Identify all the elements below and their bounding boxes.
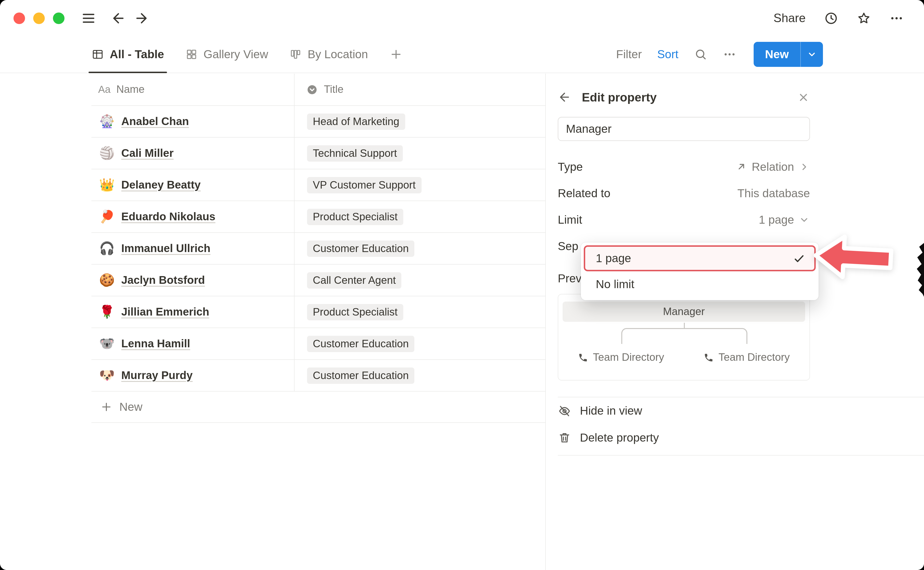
name-cell[interactable]: 🏓 Eduardo Nikolaus — [91, 201, 295, 232]
dropdown-option-1-page[interactable]: 1 page — [584, 245, 816, 271]
page-emoji-icon: 🎧 — [99, 241, 115, 256]
phone-icon — [578, 352, 588, 362]
preview-page-name: Team Directory — [718, 351, 790, 364]
filter-button[interactable]: Filter — [616, 48, 642, 61]
page-name-link[interactable]: Jaclyn Botsford — [121, 274, 205, 287]
zoom-window-button[interactable] — [53, 12, 64, 24]
tab-gallery-view[interactable]: Gallery View — [185, 36, 268, 73]
title-cell[interactable]: Customer Education — [295, 233, 545, 264]
property-row-limit[interactable]: Limit 1 page — [558, 206, 810, 233]
gallery-view-icon — [185, 48, 198, 61]
title-cell[interactable]: Customer Education — [295, 328, 545, 359]
table-area: Aa Name Title 🎡 — [0, 74, 545, 570]
close-window-button[interactable] — [14, 12, 25, 24]
name-cell[interactable]: 🏐 Cali Miller — [91, 138, 295, 169]
table-row[interactable]: 🎧 Immanuel Ullrich Customer Education — [91, 233, 545, 265]
property-row-type[interactable]: Type Relation — [558, 153, 810, 180]
row-value: 1 page — [759, 213, 794, 226]
table-row[interactable]: 🐨 Lenna Hamill Customer Education — [91, 328, 545, 360]
title-cell[interactable]: Call Center Agent — [295, 265, 545, 296]
row-label: Type — [558, 160, 583, 173]
page-name-link[interactable]: Immanuel Ullrich — [121, 242, 210, 255]
name-cell[interactable]: 🎧 Immanuel Ullrich — [91, 233, 295, 264]
column-header-title[interactable]: Title — [295, 74, 545, 105]
name-cell[interactable]: 🐶 Murray Purdy — [91, 360, 295, 391]
search-icon[interactable] — [694, 48, 707, 61]
eye-off-icon — [558, 404, 571, 418]
table-row[interactable]: 🍪 Jaclyn Botsford Call Center Agent — [91, 265, 545, 296]
column-header-name[interactable]: Aa Name — [91, 74, 295, 105]
table-row[interactable]: 🌹 Jillian Emmerich Product Specialist — [91, 296, 545, 328]
table-row[interactable]: 🎡 Anabel Chan Head of Marketing — [91, 106, 545, 138]
chevron-right-icon — [798, 161, 810, 172]
sort-button[interactable]: Sort — [657, 48, 678, 61]
view-controls: Filter Sort New — [616, 42, 823, 67]
row-label-partial: Sep — [558, 239, 578, 253]
new-row-button[interactable]: New — [91, 392, 545, 423]
delete-property-button[interactable]: Delete property — [558, 424, 810, 451]
forward-arrow-icon[interactable] — [134, 10, 149, 26]
hide-in-view-button[interactable]: Hide in view — [558, 397, 810, 424]
preview-items: Team Directory Team Directory — [558, 351, 809, 364]
name-cell[interactable]: 🍪 Jaclyn Botsford — [91, 265, 295, 296]
traffic-lights — [14, 12, 64, 24]
text-property-icon: Aa — [98, 84, 111, 95]
title-cell[interactable]: Head of Marketing — [295, 106, 545, 137]
page-emoji-icon: 🏓 — [99, 209, 115, 224]
tab-all-table[interactable]: All - Table — [91, 36, 164, 73]
page-name-link[interactable]: Eduardo Nikolaus — [121, 210, 215, 223]
preview-related-page: Team Directory — [704, 351, 790, 364]
more-options-icon[interactable] — [889, 11, 904, 25]
new-button-label[interactable]: New — [754, 42, 800, 67]
table-row[interactable]: 🐶 Murray Purdy Customer Education — [91, 360, 545, 392]
option-label: 1 page — [596, 251, 631, 265]
page-name-link[interactable]: Cali Miller — [121, 147, 173, 160]
table-row[interactable]: 👑 Delaney Beatty VP Customer Support — [91, 169, 545, 201]
title-cell[interactable]: Technical Support — [295, 138, 545, 169]
table-row[interactable]: 🏓 Eduardo Nikolaus Product Specialist — [91, 201, 545, 233]
sidebar-toggle-icon[interactable] — [81, 10, 96, 26]
trash-icon — [558, 431, 571, 444]
page-name-link[interactable]: Murray Purdy — [121, 369, 193, 382]
column-label: Name — [116, 83, 144, 96]
title-cell[interactable]: VP Customer Support — [295, 169, 545, 201]
title-cell[interactable]: Product Specialist — [295, 201, 545, 232]
name-cell[interactable]: 🎡 Anabel Chan — [91, 106, 295, 137]
limit-dropdown-menu: 1 page No limit — [581, 242, 819, 300]
table-row[interactable]: 🏐 Cali Miller Technical Support — [91, 138, 545, 169]
panel-close-icon[interactable] — [797, 91, 810, 104]
new-button[interactable]: New — [754, 42, 823, 67]
dropdown-option-no-limit[interactable]: No limit — [581, 271, 819, 297]
title-tag: VP Customer Support — [307, 177, 421, 193]
preview-page-name: Team Directory — [593, 351, 664, 364]
share-button[interactable]: Share — [774, 11, 806, 25]
page-name-link[interactable]: Anabel Chan — [121, 115, 189, 128]
action-label: Delete property — [580, 431, 659, 444]
favorite-star-icon[interactable] — [856, 11, 871, 25]
name-cell[interactable]: 🌹 Jillian Emmerich — [91, 296, 295, 328]
name-cell[interactable]: 👑 Delaney Beatty — [91, 169, 295, 201]
page-emoji-icon: 🍪 — [99, 273, 115, 288]
page-name-link[interactable]: Jillian Emmerich — [121, 305, 209, 319]
screen-tear-artifact — [915, 243, 924, 297]
row-label: Limit — [558, 213, 582, 226]
property-name-input[interactable] — [558, 117, 810, 141]
title-cell[interactable]: Customer Education — [295, 360, 545, 391]
table-header: Aa Name Title — [91, 74, 545, 106]
page-name-link[interactable]: Delaney Beatty — [121, 178, 201, 192]
property-row-related[interactable]: Related to This database — [558, 180, 810, 206]
tab-by-location[interactable]: By Location — [289, 36, 368, 73]
back-arrow-icon[interactable] — [111, 10, 126, 26]
panel-back-icon[interactable] — [558, 90, 571, 104]
table-view-icon — [91, 48, 104, 61]
new-dropdown-chevron-icon[interactable] — [801, 42, 823, 67]
add-view-plus-icon[interactable] — [389, 48, 402, 61]
name-cell[interactable]: 🐨 Lenna Hamill — [91, 328, 295, 359]
minimize-window-button[interactable] — [33, 12, 45, 24]
annotation-arrow-icon — [810, 229, 896, 285]
updates-clock-icon[interactable] — [824, 11, 838, 25]
view-more-icon[interactable] — [723, 48, 736, 61]
title-cell[interactable]: Product Specialist — [295, 296, 545, 328]
page-name-link[interactable]: Lenna Hamill — [121, 337, 190, 350]
tab-label: By Location — [307, 48, 368, 61]
